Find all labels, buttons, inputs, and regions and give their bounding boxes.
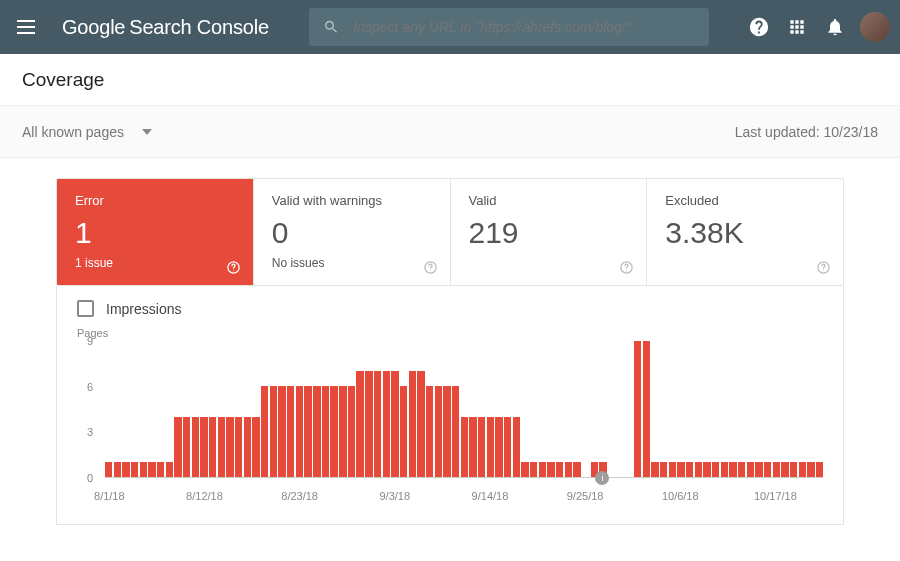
chart-bar bbox=[183, 417, 190, 477]
help-icon[interactable] bbox=[740, 8, 778, 46]
help-icon[interactable] bbox=[816, 260, 831, 275]
chart-date-marker: i bbox=[595, 471, 609, 485]
chart-bar bbox=[773, 462, 780, 477]
y-tick: 9 bbox=[87, 335, 93, 347]
card-sub: No issues bbox=[272, 256, 432, 270]
chart-bar bbox=[565, 462, 572, 477]
card-warnings[interactable]: Valid with warnings 0 No issues bbox=[253, 179, 450, 285]
chart-bar bbox=[304, 386, 311, 477]
chart-bar bbox=[504, 417, 511, 477]
chart-bar bbox=[686, 462, 693, 477]
main-content: Error 1 1 issue Valid with warnings 0 No… bbox=[0, 158, 900, 525]
chart-bar bbox=[799, 462, 806, 477]
chart-bar bbox=[330, 386, 337, 477]
chart-bar bbox=[677, 462, 684, 477]
chart-bar bbox=[729, 462, 736, 477]
x-tick: 9/3/18 bbox=[379, 490, 410, 502]
chart-bar bbox=[755, 462, 762, 477]
chart-bar bbox=[530, 462, 537, 477]
chart-bar bbox=[218, 417, 225, 477]
chart-bar bbox=[226, 417, 233, 477]
chart-bar bbox=[148, 462, 155, 477]
chart-bar bbox=[712, 462, 719, 477]
chart-bar bbox=[235, 417, 242, 477]
card-error[interactable]: Error 1 1 issue bbox=[57, 179, 253, 285]
chart-bar bbox=[105, 462, 112, 477]
card-valid[interactable]: Valid 219 bbox=[450, 179, 647, 285]
svg-point-5 bbox=[626, 270, 627, 271]
chart-bar bbox=[807, 462, 814, 477]
chart-bar bbox=[513, 417, 520, 477]
chart-bar bbox=[738, 462, 745, 477]
chart-bar bbox=[634, 341, 641, 477]
help-icon[interactable] bbox=[423, 260, 438, 275]
chart-ylabel: Pages bbox=[77, 327, 823, 339]
chart-plot bbox=[105, 341, 823, 478]
help-icon[interactable] bbox=[619, 260, 634, 275]
chart-bar bbox=[200, 417, 207, 477]
chart-bar bbox=[383, 371, 390, 477]
chart-bar bbox=[261, 386, 268, 477]
card-title: Valid bbox=[469, 193, 629, 208]
x-tick: 9/14/18 bbox=[472, 490, 509, 502]
chart-bar bbox=[339, 386, 346, 477]
impressions-checkbox[interactable] bbox=[77, 300, 94, 317]
chart-bar bbox=[140, 462, 147, 477]
chart-bar bbox=[478, 417, 485, 477]
page-subheader: Coverage bbox=[0, 54, 900, 106]
y-tick: 0 bbox=[87, 472, 93, 484]
chart-bar bbox=[816, 462, 823, 477]
notifications-icon[interactable] bbox=[816, 8, 854, 46]
help-icon[interactable] bbox=[226, 260, 241, 275]
url-inspect-search[interactable] bbox=[309, 8, 709, 46]
chart-bar bbox=[287, 386, 294, 477]
card-value: 1 bbox=[75, 216, 235, 250]
chart-bar bbox=[452, 386, 459, 477]
logo-bold: Google bbox=[62, 16, 125, 39]
chart-bar bbox=[660, 462, 667, 477]
search-input[interactable] bbox=[353, 19, 694, 35]
apps-icon[interactable] bbox=[778, 8, 816, 46]
chart-bar bbox=[374, 371, 381, 477]
chart-area: 0369 8/1/188/12/188/23/189/3/189/14/189/… bbox=[77, 341, 823, 506]
chart-bar bbox=[313, 386, 320, 477]
chart-bar bbox=[539, 462, 546, 477]
menu-icon[interactable] bbox=[14, 15, 38, 39]
card-excluded[interactable]: Excluded 3.38K bbox=[646, 179, 843, 285]
chart-bar bbox=[157, 462, 164, 477]
impressions-label: Impressions bbox=[106, 301, 181, 317]
x-tick: 9/25/18 bbox=[567, 490, 604, 502]
chart-bar bbox=[192, 417, 199, 477]
chart-bar bbox=[556, 462, 563, 477]
chart-bar bbox=[322, 386, 329, 477]
last-updated-label: Last updated: 10/23/18 bbox=[735, 124, 878, 140]
impressions-toggle-row: Impressions bbox=[77, 300, 823, 317]
chart-bar bbox=[487, 417, 494, 477]
chart-bar bbox=[426, 386, 433, 477]
chart-bar bbox=[461, 417, 468, 477]
chart-bar bbox=[721, 462, 728, 477]
chart-bar bbox=[270, 386, 277, 477]
card-value: 3.38K bbox=[665, 216, 825, 250]
y-tick: 6 bbox=[87, 381, 93, 393]
chart-bar bbox=[790, 462, 797, 477]
summary-cards: Error 1 1 issue Valid with warnings 0 No… bbox=[56, 178, 844, 286]
chart-bar bbox=[651, 462, 658, 477]
search-icon bbox=[323, 18, 340, 36]
x-tick: 10/6/18 bbox=[662, 490, 699, 502]
chart-bar bbox=[747, 462, 754, 477]
chart-bar bbox=[296, 386, 303, 477]
card-value: 219 bbox=[469, 216, 629, 250]
chart-bar bbox=[573, 462, 580, 477]
chart-bar bbox=[695, 462, 702, 477]
chart-bar bbox=[174, 417, 181, 477]
card-value: 0 bbox=[272, 216, 432, 250]
page-filter-dropdown[interactable]: All known pages bbox=[22, 124, 152, 140]
chevron-down-icon bbox=[142, 129, 152, 135]
user-avatar[interactable] bbox=[860, 12, 890, 42]
card-title: Error bbox=[75, 193, 235, 208]
chart-bar bbox=[669, 462, 676, 477]
chart-card: Impressions Pages 0369 8/1/188/12/188/23… bbox=[56, 286, 844, 525]
app-logo: Google Search Console bbox=[62, 16, 269, 39]
x-tick: 8/12/18 bbox=[186, 490, 223, 502]
